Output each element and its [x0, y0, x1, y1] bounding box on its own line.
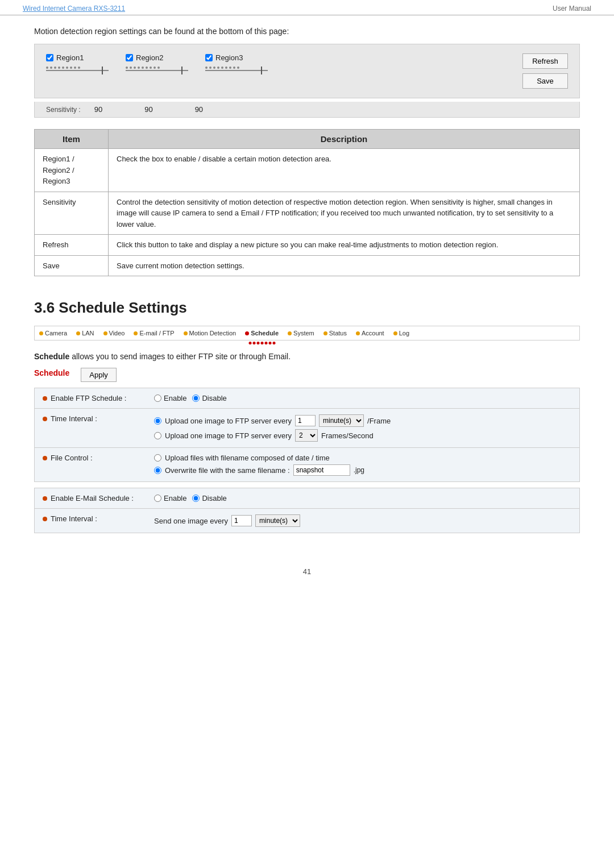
region3-label: Region3 — [215, 53, 243, 62]
item-sensitivity: Sensitivity — [35, 192, 109, 235]
interval1-radio[interactable] — [154, 417, 161, 425]
nav-log[interactable]: Log — [389, 326, 414, 340]
file-control-row: File Control : Upload files with filenam… — [34, 448, 580, 482]
region1-checkbox-row: Region1 — [46, 53, 84, 62]
dot — [78, 67, 80, 69]
page-number: 41 — [0, 556, 614, 587]
dot — [221, 67, 223, 69]
region3-checkbox-row: Region3 — [205, 53, 243, 62]
nav-camera[interactable]: Camera — [35, 326, 72, 340]
email-schedule-controls: Enable Disable — [148, 492, 579, 505]
interval1-value[interactable] — [295, 415, 316, 426]
ftp-disable-radio-input[interactable] — [192, 394, 200, 402]
sensitivity-label: Sensitivity : — [46, 106, 81, 114]
log-dot — [393, 331, 397, 335]
spacer — [34, 482, 580, 488]
active-dot — [260, 342, 263, 344]
interval2-radio[interactable] — [154, 432, 161, 439]
nav-status-label: Status — [329, 330, 347, 337]
interval1-unit-select[interactable]: minute(s) second(s) hour(s) — [319, 414, 364, 427]
email-interval-value[interactable] — [231, 515, 252, 526]
nav-lan[interactable]: LAN — [72, 326, 98, 340]
ftp-enable-radio-input[interactable] — [154, 394, 161, 402]
sensitivity-row: Sensitivity : 90 90 90 — [34, 102, 580, 118]
nav-motion-label: Motion Detection — [189, 330, 237, 337]
nav-video[interactable]: Video — [99, 326, 130, 340]
jpg-label: .jpg — [354, 466, 364, 474]
item-refresh: Refresh — [35, 235, 109, 256]
dot — [138, 67, 140, 69]
snapshot-input[interactable] — [293, 464, 350, 476]
dot — [229, 67, 231, 69]
file-date-time-text: Upload files with filename composed of d… — [165, 454, 330, 462]
region2-slider-dots — [126, 67, 160, 69]
ftp-schedule-label: Enable FTP Schedule : — [51, 394, 126, 402]
dot — [225, 67, 227, 69]
dot — [70, 67, 72, 69]
description-table: Item Description Region1 /Region2 /Regio… — [34, 129, 580, 276]
file-date-time-row: Upload files with filename composed of d… — [154, 454, 574, 462]
email-disable-label: Disable — [202, 494, 226, 502]
email-enable-radio-input[interactable] — [154, 495, 161, 502]
nav-motion-detection[interactable]: Motion Detection — [179, 326, 241, 340]
nav-account[interactable]: Account — [351, 326, 389, 340]
active-dot — [248, 342, 251, 344]
apply-button[interactable]: Apply — [81, 368, 117, 382]
product-name: Wired Internet Camera RXS-3211 — [23, 5, 125, 13]
file-control-dot — [43, 456, 47, 460]
nav-status[interactable]: Status — [319, 326, 351, 340]
region1-slider[interactable] — [46, 70, 109, 71]
table-row: Save Save current motion detection setti… — [35, 255, 580, 276]
region1-col: Region1 — [46, 53, 114, 71]
ftp-schedule-controls: Enable Disable — [148, 392, 579, 405]
interval2-value-select[interactable]: 2 5 10 — [295, 429, 318, 442]
schedule-bold: Schedule — [34, 352, 69, 361]
nav-schedule[interactable]: Schedule — [240, 326, 283, 340]
active-dot — [252, 342, 255, 344]
nav-email-ftp[interactable]: E-mail / FTP — [129, 326, 179, 340]
table-row: Refresh Click this button to take and di… — [35, 235, 580, 256]
email-disable-radio-input[interactable] — [192, 495, 200, 502]
dot — [205, 67, 208, 69]
nav-camera-label: Camera — [45, 330, 67, 337]
col-desc: Description — [109, 130, 580, 149]
dot — [134, 67, 136, 69]
item-region: Region1 /Region2 /Region3 — [35, 149, 109, 192]
desc-region: Check the box to enable / disable a cert… — [109, 149, 580, 192]
region3-slider[interactable] — [205, 70, 268, 71]
interval-row-2: Upload one image to FTP server every 2 5… — [154, 429, 574, 442]
dot — [213, 67, 215, 69]
region2-col: Region2 — [126, 53, 194, 71]
region1-label: Region1 — [56, 53, 84, 62]
file-control-label: File Control : — [51, 454, 93, 462]
table-row: Region1 /Region2 /Region3 Check the box … — [35, 149, 580, 192]
region2-slider[interactable] — [126, 70, 188, 71]
region2-checkbox[interactable] — [126, 54, 133, 61]
dot — [54, 67, 56, 69]
dot — [126, 67, 128, 69]
email-enable-radio: Enable — [154, 494, 186, 502]
dot — [154, 67, 156, 69]
section-heading: 3.6 Schedule Settings — [34, 299, 580, 317]
region2-thumb — [181, 67, 182, 74]
active-dot — [272, 342, 275, 344]
nav-system[interactable]: System — [283, 326, 319, 340]
schedule-form: Enable FTP Schedule : Enable Disable — [34, 388, 580, 533]
email-interval-text: Send one image every — [154, 517, 228, 525]
email-interval-unit[interactable]: minute(s) second(s) hour(s) — [255, 514, 300, 527]
save-button[interactable]: Save — [522, 73, 568, 89]
file-overwrite-radio[interactable] — [154, 467, 161, 474]
region3-checkbox[interactable] — [205, 54, 213, 61]
region2-checkbox-row: Region2 — [126, 53, 163, 62]
motion-detect-dot — [184, 331, 188, 335]
region1-checkbox[interactable] — [46, 54, 53, 61]
desc-save: Save current motion detection settings. — [109, 255, 580, 276]
region1-thumb — [102, 67, 103, 74]
active-dot — [264, 342, 267, 344]
file-overwrite-row: Overwrite file with the same filename : … — [154, 464, 574, 476]
refresh-button[interactable]: Refresh — [522, 53, 568, 69]
email-interval-input-row: Send one image every minute(s) second(s)… — [154, 514, 574, 527]
motion-buttons: Refresh Save — [522, 53, 568, 89]
file-date-time-radio[interactable] — [154, 454, 161, 462]
email-schedule-row: Enable E-Mail Schedule : Enable Disable — [34, 488, 580, 509]
